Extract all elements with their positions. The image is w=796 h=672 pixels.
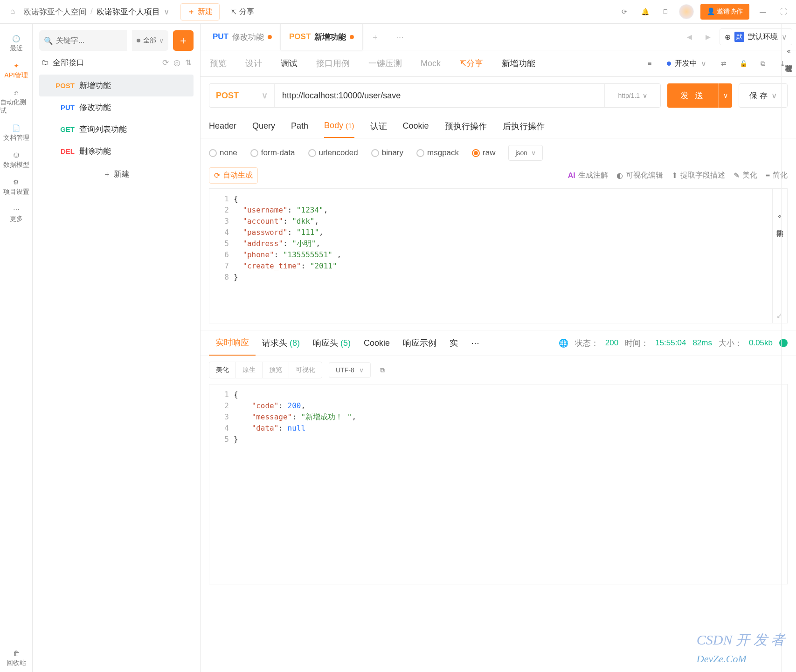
bt-msg[interactable]: msgpack: [416, 148, 459, 158]
all-apis[interactable]: 全部接口: [53, 57, 84, 68]
autogen-button[interactable]: ⟳自动生成: [209, 167, 258, 184]
new-button[interactable]: ＋ 新建: [180, 3, 220, 21]
extract-button[interactable]: ⬆提取字段描述: [671, 171, 725, 180]
proto-select[interactable]: http/1.1∨: [604, 84, 660, 107]
sub-mock[interactable]: Mock: [411, 50, 450, 76]
resp-reqh[interactable]: 请求头 (8): [256, 337, 306, 349]
rt-body[interactable]: Body (1): [324, 121, 354, 138]
tree-item-put[interactable]: PUT修改功能: [39, 96, 194, 118]
nav-recent[interactable]: 🕘最近: [0, 30, 32, 57]
url-input[interactable]: [275, 84, 604, 107]
share-button[interactable]: ⇱ 分享: [223, 3, 261, 21]
bt-raw[interactable]: raw: [472, 148, 495, 158]
search-input[interactable]: 🔍: [39, 30, 127, 51]
sub-cases[interactable]: 接口用例: [307, 50, 359, 76]
raw-type-select[interactable]: json∨: [508, 145, 543, 161]
locate-icon[interactable]: ◎: [173, 58, 180, 68]
sub-design[interactable]: 设计: [236, 50, 271, 76]
person-add-icon: 👤: [707, 7, 715, 15]
seg-raw[interactable]: 原生: [236, 362, 263, 378]
bt-binary[interactable]: binary: [371, 148, 403, 158]
lock-icon[interactable]: 🔒: [736, 56, 750, 70]
bt-url[interactable]: urlencoded: [308, 148, 358, 158]
nav-rail: 🕘最近 ✦API管理 ⎌自动化测试 📄文档管理 ⛁数据模型 ⚙项目设置 ⋯更多 …: [0, 24, 33, 672]
filter-select[interactable]: 全部 ∨: [132, 30, 168, 51]
body-editor[interactable]: 12345678 { "username": "1234", "account"…: [209, 188, 788, 323]
refresh-icon[interactable]: ⟳: [162, 58, 169, 68]
note-icon[interactable]: 🗒: [658, 5, 672, 19]
model-icon: ⛁: [14, 151, 19, 159]
rt-query[interactable]: Query: [252, 121, 275, 131]
resp-more[interactable]: ⋯: [464, 338, 486, 348]
home-icon[interactable]: ⌂: [6, 5, 20, 19]
breadcrumb-project[interactable]: 欧诺弥亚个人项目: [97, 7, 160, 17]
send-drop[interactable]: ∨: [718, 83, 732, 108]
maximize-icon[interactable]: ⛶: [776, 5, 790, 19]
search-icon: 🔍: [44, 36, 53, 45]
resp-ex[interactable]: 响应示例: [396, 337, 443, 349]
sub-share[interactable]: ⇱ 分享: [450, 50, 492, 76]
save-button[interactable]: 保 存∨: [739, 83, 788, 108]
add-button[interactable]: ＋: [173, 30, 194, 51]
tree-item-post[interactable]: POST新增功能: [39, 75, 194, 96]
nav-proj[interactable]: ⚙项目设置: [0, 174, 32, 201]
next-icon[interactable]: ▶: [701, 30, 715, 44]
prev-icon[interactable]: ◀: [682, 30, 696, 44]
bt-form[interactable]: form-data: [250, 148, 295, 158]
seg-visual[interactable]: 可视化: [289, 362, 322, 378]
resp-live[interactable]: 实时响应: [209, 330, 256, 356]
nav-data[interactable]: ⛁数据模型: [0, 147, 32, 174]
nav-doc[interactable]: 📄文档管理: [0, 120, 32, 147]
status-select[interactable]: 开发中∨: [662, 56, 711, 71]
tree-item-del[interactable]: DEL删除功能: [39, 140, 194, 162]
tab-add[interactable]: ＋: [363, 24, 388, 50]
rt-post[interactable]: 后执行操作: [503, 121, 545, 132]
rt-pre[interactable]: 预执行操作: [445, 121, 487, 132]
seg-format[interactable]: 美化: [209, 362, 236, 378]
tree-item-get[interactable]: GET查询列表功能: [39, 118, 194, 140]
list-icon: ≡: [766, 171, 770, 180]
rt-header[interactable]: Header: [209, 121, 236, 131]
method-select[interactable]: POST∨: [209, 84, 275, 107]
seg-preview[interactable]: 预览: [263, 362, 289, 378]
rail-assert[interactable]: «断言与校验: [781, 24, 796, 672]
nav-api[interactable]: ✦API管理: [0, 57, 32, 84]
invite-button[interactable]: 👤 邀请协作: [700, 4, 749, 20]
sub-stress[interactable]: 一键压测: [359, 50, 411, 76]
globe-icon: ⊕: [725, 33, 731, 41]
visual-button[interactable]: ◐可视化编辑: [616, 171, 663, 180]
copy-resp-icon[interactable]: ⧉: [375, 363, 389, 377]
copy-icon[interactable]: ⧉: [756, 56, 770, 70]
nav-more[interactable]: ⋯更多: [0, 201, 32, 228]
tool1-icon[interactable]: ⇄: [717, 56, 731, 70]
resp-cookie[interactable]: Cookie: [357, 338, 396, 348]
nav-auto[interactable]: ⎌自动化测试: [0, 84, 32, 120]
bell-icon[interactable]: 🔔: [638, 5, 652, 19]
resp-editor[interactable]: 12345 { "code": 200, "message": "新增成功！ "…: [209, 384, 788, 584]
sync-icon[interactable]: ⟳: [617, 5, 631, 19]
tab-put[interactable]: PUT修改功能: [204, 24, 280, 50]
send-button[interactable]: 发 送 ∨: [667, 83, 732, 108]
new-api[interactable]: ＋ 新建: [39, 162, 194, 186]
globe-icon[interactable]: 🌐: [559, 338, 568, 348]
rt-cookie[interactable]: Cookie: [403, 121, 429, 131]
resp-resh[interactable]: 响应头 (5): [306, 337, 357, 349]
breadcrumb-workspace[interactable]: 欧诺弥亚个人空间: [23, 7, 87, 17]
format-button[interactable]: ✎美化: [734, 171, 757, 180]
rt-auth[interactable]: 认证: [370, 121, 387, 132]
tab-post[interactable]: POST新增功能: [280, 24, 363, 50]
sort-icon[interactable]: ⇅: [185, 58, 192, 68]
bt-none[interactable]: none: [209, 148, 237, 158]
resp-truncated[interactable]: 实: [443, 337, 464, 349]
minimize-icon[interactable]: —: [756, 5, 770, 19]
sub-debug[interactable]: 调试: [271, 50, 307, 76]
collapse-icon[interactable]: ≡: [643, 56, 657, 70]
rt-path[interactable]: Path: [291, 121, 308, 131]
encoding-select[interactable]: UTF-8∨: [329, 362, 371, 378]
nav-recycle[interactable]: 🗑回收站: [0, 645, 32, 672]
ai-button[interactable]: AI生成注解: [568, 171, 608, 180]
sub-preview[interactable]: 预览: [201, 50, 236, 76]
api-title: 新增功能: [492, 50, 545, 76]
avatar[interactable]: [679, 4, 694, 19]
tab-more[interactable]: ⋯: [388, 24, 412, 50]
